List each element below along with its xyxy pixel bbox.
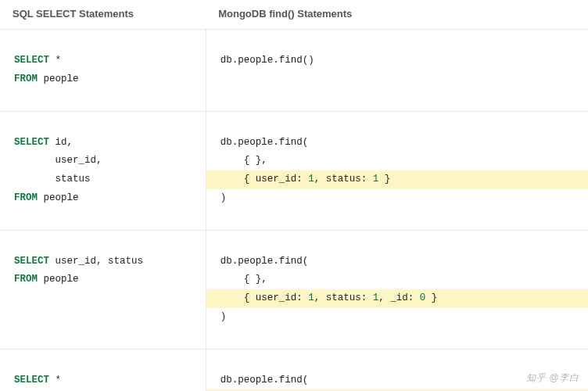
table-row: SELECT * FROM people WHERE status = "A" … [0, 349, 588, 391]
sql-cell: SELECT * FROM people [0, 30, 206, 112]
mongo-cell: db.people.find( { }, { user_id: 1, statu… [206, 230, 588, 349]
header-mongo: MongoDB find() Statements [206, 0, 588, 30]
comparison-table: SQL SELECT Statements MongoDB find() Sta… [0, 0, 588, 391]
sql-cell: SELECT * FROM people WHERE status = "A" [0, 349, 206, 391]
mongo-cell: db.people.find() [206, 30, 588, 112]
sql-cell: SELECT id, user_id, status FROM people [0, 111, 206, 230]
table-row: SELECT id, user_id, status FROM people d… [0, 111, 588, 230]
sql-cell: SELECT user_id, status FROM people [0, 230, 206, 349]
watermark: 知乎 @李白 [526, 371, 579, 385]
table-row: SELECT user_id, status FROM people db.pe… [0, 230, 588, 349]
mongo-cell: db.people.find( { }, { user_id: 1, statu… [206, 111, 588, 230]
header-sql: SQL SELECT Statements [0, 0, 206, 30]
table-row: SELECT * FROM people db.people.find() [0, 30, 588, 112]
